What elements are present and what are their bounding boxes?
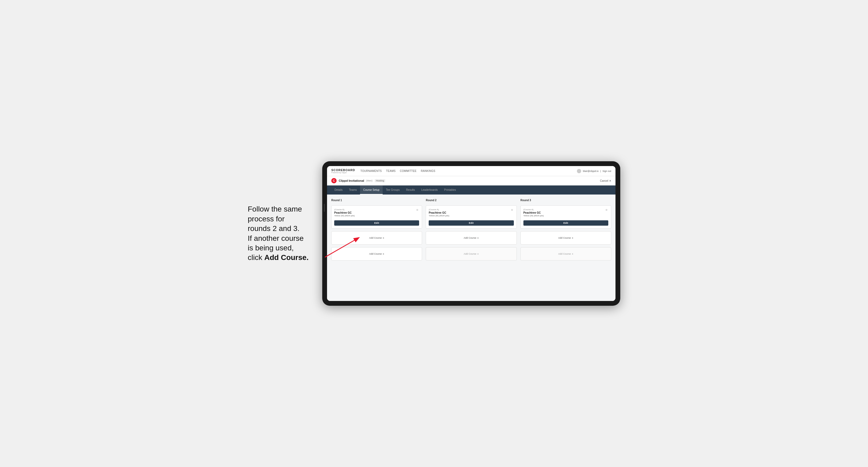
user-avatar <box>577 169 581 173</box>
main-content: Round 1 (Course A) Peachtree GC Yellow (… <box>327 194 616 301</box>
logo-text: SCOREBOARD <box>331 168 355 172</box>
add-course-slot-r2-s1[interactable]: Add Course + <box>426 231 517 245</box>
breadcrumb-bar: C Clippd Invitational (Men) Hosting Canc… <box>327 176 616 185</box>
tab-printables[interactable]: Printables <box>441 185 459 194</box>
course-tee: Yellow (M) (6629 yds) <box>429 215 509 217</box>
nav-separator: | <box>600 170 601 173</box>
tab-results[interactable]: Results <box>403 185 418 194</box>
round-3-label: Round 3 <box>521 199 611 202</box>
sub-nav: Details Teams Course Setup Tee Groups Re… <box>327 185 616 194</box>
plus-icon: + <box>477 252 479 255</box>
tab-details[interactable]: Details <box>331 185 346 194</box>
plus-icon: + <box>571 252 573 255</box>
course-tee: Yellow (M) (6629 yds) <box>334 215 414 217</box>
cancel-button[interactable]: Cancel ✕ <box>600 179 611 182</box>
add-course-slot-r2-s2: Add Course + <box>426 247 517 260</box>
logo-area: SCOREBOARD Powered by clippd <box>331 168 355 174</box>
side-button <box>324 204 325 212</box>
delete-course-icon[interactable]: ⊗ <box>510 208 514 212</box>
nav-links: TOURNAMENTS TEAMS COMMITTEE RANKINGS <box>360 169 577 173</box>
add-course-text: Add Course + <box>369 252 384 255</box>
edit-course-button[interactable]: Edit <box>429 220 514 226</box>
add-course-label: Add Course <box>369 237 382 239</box>
round-3-column: Round 3 (Course A) Peachtree GC Yellow (… <box>521 199 611 260</box>
edit-course-button[interactable]: Edit <box>334 220 419 226</box>
edit-course-button[interactable]: Edit <box>523 220 608 226</box>
round-2-label: Round 2 <box>426 199 517 202</box>
course-card-r3-c1: (Course A) Peachtree GC Yellow (M) (6629… <box>521 206 611 228</box>
card-header: (Course A) Peachtree GC Yellow (M) (6629… <box>429 208 514 219</box>
plus-icon: + <box>477 237 479 240</box>
brand-logo: C <box>331 178 337 183</box>
add-course-label: Add Course <box>464 237 476 239</box>
add-course-label: Add Course <box>558 237 571 239</box>
nav-committee[interactable]: COMMITTEE <box>400 169 417 173</box>
nav-rankings[interactable]: RANKINGS <box>421 169 435 173</box>
add-course-label: Add Course <box>558 252 571 255</box>
course-tag: (Course A) <box>429 208 509 211</box>
course-tee: Yellow (M) (6629 yds) <box>523 215 603 217</box>
tab-leaderboards[interactable]: Leaderboards <box>418 185 441 194</box>
add-course-label: Add Course <box>464 252 476 255</box>
add-course-text: Add Course + <box>558 237 574 240</box>
course-name: Peachtree GC <box>523 211 603 214</box>
instruction-text: Follow the same process for rounds 2 and… <box>248 205 322 262</box>
course-tag: (Course A) <box>334 208 414 211</box>
logo-sub: Powered by clippd <box>331 172 355 174</box>
add-course-slot-r1-s1[interactable]: Add Course + <box>331 231 422 245</box>
course-card-r1-c1: (Course A) Peachtree GC Yellow (M) (6629… <box>331 206 422 228</box>
course-tag: (Course A) <box>523 208 603 211</box>
round-1-column: Round 1 (Course A) Peachtree GC Yellow (… <box>331 199 422 260</box>
round-2-column: Round 2 (Course A) Peachtree GC Yellow (… <box>426 199 517 260</box>
plus-icon: + <box>383 237 384 240</box>
hosting-badge: Hosting <box>375 179 385 182</box>
add-course-slot-r3-s2: Add Course + <box>521 247 611 260</box>
top-nav: SCOREBOARD Powered by clippd TOURNAMENTS… <box>327 166 616 176</box>
course-name: Peachtree GC <box>429 211 509 214</box>
tab-course-setup[interactable]: Course Setup <box>360 185 383 194</box>
nav-right: blair@clippd.io | Sign out <box>577 169 611 173</box>
tab-teams[interactable]: Teams <box>346 185 360 194</box>
add-course-text: Add Course + <box>558 252 574 255</box>
plus-icon: + <box>383 252 384 255</box>
tab-tee-groups[interactable]: Tee Groups <box>383 185 403 194</box>
add-course-slot-r3-s1[interactable]: Add Course + <box>521 231 611 245</box>
add-course-slot-r1-s2[interactable]: Add Course + <box>331 247 422 260</box>
tablet-frame: SCOREBOARD Powered by clippd TOURNAMENTS… <box>322 161 620 306</box>
rounds-container: Round 1 (Course A) Peachtree GC Yellow (… <box>331 199 611 260</box>
tablet-screen: SCOREBOARD Powered by clippd TOURNAMENTS… <box>327 166 616 301</box>
delete-course-icon[interactable]: ⊗ <box>415 208 419 212</box>
round-1-label: Round 1 <box>331 199 422 202</box>
add-course-text: Add Course + <box>369 237 384 240</box>
sign-out-link[interactable]: Sign out <box>602 170 611 173</box>
card-header: (Course A) Peachtree GC Yellow (M) (6629… <box>523 208 608 219</box>
men-tag: (Men) <box>366 179 373 182</box>
add-course-label: Add Course <box>369 252 382 255</box>
tournament-name: Clippd Invitational <box>339 179 364 182</box>
card-header: (Course A) Peachtree GC Yellow (M) (6629… <box>334 208 419 219</box>
plus-icon: + <box>571 237 573 240</box>
page-wrapper: Follow the same process for rounds 2 and… <box>248 161 620 306</box>
add-course-text: Add Course + <box>464 237 479 240</box>
course-card-r2-c1: (Course A) Peachtree GC Yellow (M) (6629… <box>426 206 517 228</box>
course-name: Peachtree GC <box>334 211 414 214</box>
cancel-x-icon: ✕ <box>609 179 611 182</box>
user-email: blair@clippd.io <box>583 170 598 173</box>
breadcrumb-left: C Clippd Invitational (Men) Hosting <box>331 178 385 183</box>
nav-tournaments[interactable]: TOURNAMENTS <box>360 169 381 173</box>
add-course-text: Add Course + <box>464 252 479 255</box>
delete-course-icon[interactable]: ⊗ <box>604 208 608 212</box>
nav-teams[interactable]: TEAMS <box>386 169 396 173</box>
